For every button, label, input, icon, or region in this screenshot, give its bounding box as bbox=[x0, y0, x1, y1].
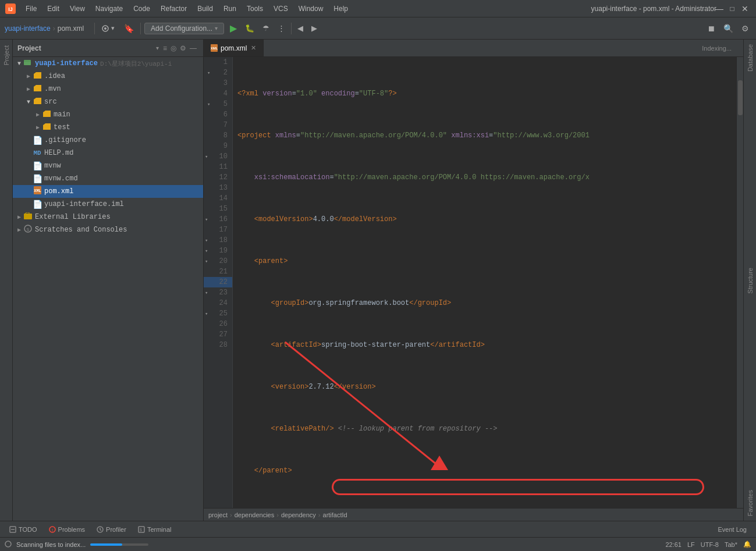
code-line-3: xsi:schemaLocation="http://maven.apache.… bbox=[237, 172, 736, 183]
close-button[interactable]: ✕ bbox=[741, 5, 749, 13]
code-line-2: <project xmlns="http://maven.apache.org/… bbox=[237, 130, 736, 141]
breadcrumb-item-project[interactable]: project bbox=[208, 511, 228, 518]
git-icon bbox=[5, 541, 12, 549]
helpmd-label: HELP.md bbox=[44, 149, 73, 157]
line-separator[interactable]: LF bbox=[687, 541, 695, 548]
coverage-button[interactable]: ☂ bbox=[260, 23, 272, 34]
tree-settings-button[interactable]: ⚙ bbox=[178, 44, 188, 52]
mvnw-label: mvnw bbox=[44, 162, 61, 170]
svg-rect-4 bbox=[24, 60, 31, 65]
tree-scratches[interactable]: ▶ S Scratches and Consoles bbox=[13, 223, 203, 236]
tree-idea[interactable]: ▶ .idea bbox=[13, 70, 203, 83]
breadcrumb-project[interactable]: yuapi-interface bbox=[5, 24, 51, 33]
menu-tools[interactable]: Tools bbox=[242, 3, 268, 14]
breadcrumb-item-dependencies[interactable]: dependencies bbox=[235, 511, 275, 518]
svg-text:XML: XML bbox=[34, 189, 41, 193]
status-right: 22:61 LF UTF-8 Tab* 🔔 bbox=[665, 541, 751, 548]
editor-scrollbar[interactable] bbox=[736, 57, 743, 508]
svg-point-21 bbox=[5, 541, 11, 547]
hide-panel-button[interactable]: — bbox=[188, 44, 198, 52]
database-panel-tab[interactable]: Database bbox=[746, 40, 755, 76]
tree-iml[interactable]: 📄 yuapi-interface.iml bbox=[13, 198, 203, 211]
tree-external-libs[interactable]: ▶ External Libraries bbox=[13, 211, 203, 223]
pom-xml-tab[interactable]: XML pom.xml ✕ bbox=[204, 40, 264, 56]
breadcrumb-arrow-3: › bbox=[318, 511, 321, 518]
test-folder-label: test bbox=[54, 123, 70, 131]
menu-refactor[interactable]: Refactor bbox=[156, 3, 191, 14]
tree-mvn[interactable]: ▶ .mvn bbox=[13, 83, 203, 95]
collapse-all-button[interactable]: ≡ bbox=[161, 44, 169, 52]
favorites-panel-tab[interactable]: Favorites bbox=[746, 485, 755, 521]
tree-src[interactable]: ▼ src bbox=[13, 95, 203, 108]
window-controls: — □ ✕ bbox=[715, 5, 749, 13]
tab-close-icon[interactable]: ✕ bbox=[251, 44, 256, 52]
svg-text:XML: XML bbox=[211, 47, 218, 50]
todo-tab[interactable]: TODO bbox=[5, 525, 42, 534]
tree-gitignore[interactable]: 📄 .gitignore bbox=[13, 134, 203, 147]
svg-text:!: ! bbox=[51, 528, 52, 533]
breadcrumb-file[interactable]: pom.xml bbox=[58, 24, 84, 33]
menu-run[interactable]: Run bbox=[219, 3, 241, 14]
root-path: D:\星球项目2\yuapi-i bbox=[100, 59, 172, 68]
code-editor[interactable]: 1 2 ▾ 3 4 5 ▾ 6 7 8 9 10 bbox=[204, 57, 743, 508]
tree-pomxml[interactable]: XML pom.xml bbox=[13, 185, 203, 198]
vcs-button[interactable]: ▾ bbox=[98, 23, 118, 34]
bookmark-button[interactable]: 🔖 bbox=[121, 22, 137, 35]
tree-mvnwcmd[interactable]: 📄 mvnw.cmd bbox=[13, 172, 203, 185]
menu-build[interactable]: Build bbox=[193, 3, 218, 14]
minimize-button[interactable]: — bbox=[715, 5, 723, 13]
menu-vcs[interactable]: VCS bbox=[269, 3, 293, 14]
problems-tab[interactable]: ! Problems bbox=[44, 525, 90, 534]
debug-button[interactable]: 🐛 bbox=[243, 23, 257, 34]
tab-bar: XML pom.xml ✕ Indexing... bbox=[204, 40, 743, 57]
breadcrumb-item-dependency[interactable]: dependency bbox=[281, 511, 316, 518]
run-button[interactable]: ▶ bbox=[228, 22, 239, 35]
breadcrumb-item-artifactid[interactable]: artifactId bbox=[323, 511, 347, 518]
settings-button[interactable]: ⚙ bbox=[739, 23, 751, 34]
event-log-tab[interactable]: Event Log bbox=[713, 525, 751, 534]
menu-view[interactable]: View bbox=[65, 3, 90, 14]
menu-code[interactable]: Code bbox=[129, 3, 155, 14]
scroll-to-source-button[interactable]: ◎ bbox=[169, 44, 178, 52]
main-folder-label: main bbox=[54, 111, 70, 119]
indent-indicator[interactable]: Tab* bbox=[725, 541, 737, 548]
code-line-11: <groupId>com.yupi</groupId> bbox=[237, 507, 736, 508]
code-content[interactable]: <?xml version="1.0" encoding="UTF-8"?> <… bbox=[233, 57, 736, 508]
tree-main[interactable]: ▶ main bbox=[13, 108, 203, 121]
tree-helpmd[interactable]: MD HELP.md bbox=[13, 147, 203, 159]
menu-navigate[interactable]: Navigate bbox=[91, 3, 127, 14]
project-tree: ▼ yuapi-interface D:\星球项目2\yuapi-i ▶ .id… bbox=[13, 57, 203, 521]
svg-point-3 bbox=[104, 27, 107, 30]
tree-mvnw[interactable]: 📄 mvnw bbox=[13, 159, 203, 172]
menu-edit[interactable]: Edit bbox=[42, 3, 64, 14]
menu-window[interactable]: Window bbox=[294, 3, 328, 14]
title-text: yuapi-interface - pom.xml - Administrato… bbox=[591, 5, 716, 13]
breadcrumb-arrow-2: › bbox=[276, 511, 279, 518]
menu-help[interactable]: Help bbox=[329, 3, 353, 14]
status-bar: Scanning files to index... 22:61 LF UTF-… bbox=[0, 537, 756, 551]
code-line-6: <groupId>org.springframework.boot</group… bbox=[237, 298, 736, 308]
forward-button[interactable]: ▶ bbox=[309, 23, 320, 34]
search-everywhere-button[interactable]: 🔍 bbox=[721, 23, 736, 34]
notification-icon[interactable]: 🔔 bbox=[743, 541, 751, 548]
profiler-tab[interactable]: Profiler bbox=[92, 525, 131, 534]
tree-test[interactable]: ▶ test bbox=[13, 121, 203, 134]
run-config[interactable]: Add Configuration... ▾ bbox=[144, 23, 224, 34]
stop-button[interactable]: ⏹ bbox=[705, 23, 718, 34]
line-number-gutter: 1 2 ▾ 3 4 5 ▾ 6 7 8 9 10 bbox=[204, 57, 233, 508]
panel-dropdown-icon[interactable]: ▾ bbox=[156, 45, 159, 51]
encoding-indicator[interactable]: UTF-8 bbox=[701, 541, 719, 548]
back-button[interactable]: ◀ bbox=[295, 23, 306, 34]
terminal-tab[interactable]: $_ Terminal bbox=[133, 525, 176, 534]
mvnwcmd-label: mvnw.cmd bbox=[44, 175, 78, 183]
more-actions[interactable]: ⋮ bbox=[275, 23, 288, 34]
structure-panel-tab[interactable]: Structure bbox=[746, 263, 755, 298]
tree-root[interactable]: ▼ yuapi-interface D:\星球项目2\yuapi-i bbox=[13, 57, 203, 70]
cursor-position[interactable]: 22:61 bbox=[665, 541, 682, 548]
right-side-panels: Database Structure Favorites bbox=[743, 40, 756, 521]
maximize-button[interactable]: □ bbox=[728, 5, 736, 13]
menu-file[interactable]: File bbox=[21, 3, 41, 14]
project-vertical-label[interactable]: Project bbox=[2, 42, 11, 69]
scanning-text: Scanning files to index... bbox=[16, 541, 86, 548]
menu-bar: File Edit View Navigate Code Refactor Bu… bbox=[21, 3, 591, 14]
